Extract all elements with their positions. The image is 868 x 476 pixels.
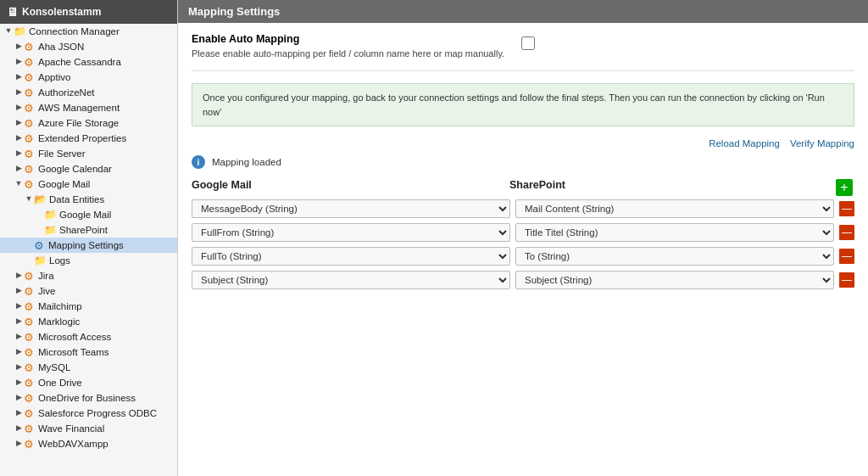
- chevron-right-icon: ▶: [14, 332, 24, 342]
- sidebar-item-sharepoint[interactable]: 📁 SharePoint: [0, 222, 177, 238]
- sidebar-item-azure-file-storage[interactable]: ▶ ⚙ Azure File Storage: [0, 115, 177, 131]
- mapping-panel: Enable Auto Mapping Please enable auto-m…: [178, 23, 868, 305]
- sidebar-item-onedrive-business[interactable]: ▶ ⚙ OneDrive for Business: [0, 390, 177, 406]
- sidebar-root: 🖥 Konsolenstamm: [0, 0, 177, 24]
- sidebar-item-data-entities[interactable]: ▼ 📂 Data Entities: [0, 192, 177, 207]
- sidebar-item-label: AuthorizeNet: [38, 87, 94, 98]
- chevron-right-icon: ▶: [14, 148, 24, 159]
- gear-icon: ⚙: [24, 285, 36, 297]
- gear-icon: ⚙: [24, 270, 36, 282]
- chevron-right-icon: ▶: [14, 57, 24, 67]
- chevron-right-icon: ▶: [14, 393, 24, 403]
- gear-icon: ⚙: [24, 87, 36, 98]
- sidebar-item-label: Logs: [49, 255, 70, 266]
- gear-icon: ⚙: [24, 300, 36, 312]
- enable-automapping-title: Enable Auto Mapping: [192, 33, 504, 45]
- sidebar-item-mysql[interactable]: ▶ ⚙ MySQL: [0, 360, 177, 375]
- chevron-right-icon: ▶: [14, 408, 24, 418]
- chevron-right-icon: ▶: [14, 133, 24, 143]
- folder-icon: 📁: [14, 25, 26, 37]
- sidebar-item-wave-financial[interactable]: ▶ ⚙ Wave Financial: [0, 421, 177, 436]
- col-left-header: Google Mail: [192, 179, 496, 191]
- mapping-left-select-1[interactable]: MessageBody (String): [192, 199, 510, 218]
- reload-verify-bar: Reload Mapping Verify Mapping: [192, 138, 854, 148]
- chevron-right-icon: [34, 210, 44, 220]
- sidebar-item-salesforce[interactable]: ▶ ⚙ Salesforce Progress ODBC: [0, 406, 177, 421]
- chevron-right-icon: ▶: [14, 118, 24, 128]
- chevron-right-icon: ▶: [14, 362, 24, 372]
- sidebar-item-one-drive[interactable]: ▶ ⚙ One Drive: [0, 375, 177, 390]
- sidebar-item-aws-management[interactable]: ▶ ⚙ AWS Management: [0, 100, 177, 115]
- sidebar-item-label: File Server: [38, 148, 86, 159]
- sidebar-item-mapping-settings[interactable]: ⚙ Mapping Settings: [0, 238, 177, 253]
- gear-icon: ⚙: [24, 392, 36, 404]
- chevron-right-icon: [24, 255, 34, 266]
- mapping-row-1: MessageBody (String) Mail Content (Strin…: [192, 199, 854, 218]
- sidebar-item-apache-cassandra[interactable]: ▶ ⚙ Apache Cassandra: [0, 54, 177, 70]
- col-left-wrapper: Google Mail: [192, 179, 503, 196]
- mapping-right-select-4[interactable]: Subject (String): [515, 271, 834, 289]
- mapping-right-select-2[interactable]: Title Titel (String): [515, 223, 834, 242]
- remove-mapping-button-2[interactable]: —: [839, 225, 854, 240]
- sidebar-item-extended-properties[interactable]: ▶ ⚙ Extended Properties: [0, 131, 177, 146]
- chevron-right-icon: ▶: [14, 103, 24, 113]
- enable-automapping-checkbox[interactable]: [521, 36, 535, 50]
- sidebar-item-connection-manager[interactable]: ▼ 📁 Connection Manager: [0, 24, 177, 39]
- sidebar-item-webdavxampp[interactable]: ▶ ⚙ WebDAVXampp: [0, 436, 177, 451]
- remove-mapping-button-1[interactable]: —: [839, 201, 854, 216]
- mapping-right-select-3[interactable]: To (String): [515, 247, 834, 266]
- verify-mapping-link[interactable]: Verify Mapping: [790, 138, 854, 148]
- sidebar-item-jive[interactable]: ▶ ⚙ Jive: [0, 283, 177, 299]
- chevron-right-icon: ▶: [14, 271, 24, 281]
- remove-mapping-button-3[interactable]: —: [839, 249, 854, 264]
- sidebar-item-microsoft-access[interactable]: ▶ ⚙ Microsoft Access: [0, 329, 177, 344]
- chevron-down-icon: ▼: [24, 194, 34, 204]
- sidebar-item-google-mail[interactable]: ▼ ⚙ Google Mail: [0, 176, 177, 192]
- main-panel: Mapping Settings Enable Auto Mapping Ple…: [178, 0, 868, 476]
- sidebar-item-microsoft-teams[interactable]: ▶ ⚙ Microsoft Teams: [0, 344, 177, 360]
- sidebar-item-authorizenet[interactable]: ▶ ⚙ AuthorizeNet: [0, 85, 177, 100]
- sidebar-item-jira[interactable]: ▶ ⚙ Jira: [0, 268, 177, 283]
- remove-mapping-button-4[interactable]: —: [839, 272, 854, 288]
- folder-icon-yellow: 📂: [34, 193, 47, 205]
- mapping-left-select-2[interactable]: FullFrom (String): [192, 223, 510, 242]
- chevron-down-icon: ▼: [14, 179, 24, 189]
- mapping-left-select-3[interactable]: FullTo (String): [192, 247, 510, 266]
- add-mapping-button[interactable]: +: [836, 179, 853, 196]
- chevron-right-icon: ▶: [14, 286, 24, 296]
- sidebar-item-google-calendar[interactable]: ▶ ⚙ Google Calendar: [0, 161, 177, 176]
- gear-icon: ⚙: [24, 407, 36, 419]
- sidebar-item-mailchimp[interactable]: ▶ ⚙ Mailchimp: [0, 299, 177, 314]
- sidebar-item-label: Marklogic: [38, 316, 80, 327]
- sidebar-item-logs[interactable]: 📁 Logs: [0, 253, 177, 268]
- gear-icon: ⚙: [24, 316, 36, 328]
- gear-icon: ⚙: [24, 331, 36, 343]
- sidebar-item-file-server[interactable]: ▶ ⚙ File Server: [0, 146, 177, 161]
- chevron-right-icon: [34, 225, 44, 235]
- mapping-left-select-4[interactable]: Subject (String): [192, 271, 510, 289]
- sidebar-item-label: Jive: [38, 286, 55, 296]
- folder-icon-blue: 📁: [44, 209, 57, 221]
- sidebar-item-label: Mailchimp: [38, 301, 82, 311]
- enable-automapping-checkbox-area: [521, 36, 535, 53]
- sidebar-item-aha-json[interactable]: ▶ ⚙ Aha JSON: [0, 39, 177, 54]
- gear-icon: ⚙: [24, 41, 36, 53]
- chevron-right-icon: ▶: [14, 316, 24, 327]
- mapping-loaded-label: Mapping loaded: [212, 157, 281, 167]
- sidebar-item-apptivo[interactable]: ▶ ⚙ Apptivo: [0, 70, 177, 85]
- chevron-right-icon: ▶: [14, 423, 24, 434]
- chevron-right-icon: ▶: [14, 439, 24, 449]
- sidebar-item-marklogic[interactable]: ▶ ⚙ Marklogic: [0, 314, 177, 329]
- sidebar-item-label: Mapping Settings: [48, 240, 124, 250]
- folder-icon-blue: 📁: [44, 224, 57, 236]
- reload-mapping-link[interactable]: Reload Mapping: [709, 138, 780, 148]
- sidebar-item-google-mail-child[interactable]: 📁 Google Mail: [0, 207, 177, 222]
- sidebar-item-label: Apache Cassandra: [38, 57, 121, 67]
- chevron-down-icon: ▼: [3, 26, 14, 36]
- sidebar-item-label: Salesforce Progress ODBC: [38, 408, 157, 418]
- mapping-row-2: FullFrom (String) Title Titel (String) —: [192, 223, 854, 242]
- sidebar-item-label: MySQL: [38, 362, 70, 372]
- main-content: Enable Auto Mapping Please enable auto-m…: [178, 23, 868, 476]
- mapping-right-select-1[interactable]: Mail Content (String): [515, 199, 834, 218]
- add-button-area: +: [834, 179, 854, 199]
